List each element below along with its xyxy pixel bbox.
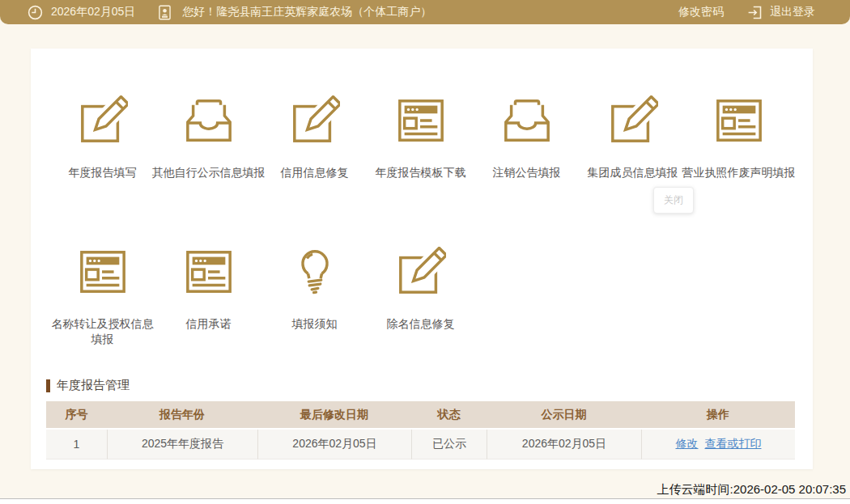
module-item[interactable]: 注销公告填报 <box>474 95 580 180</box>
section-title-bar <box>46 379 50 392</box>
close-tooltip-button[interactable]: 关闭 <box>653 187 694 214</box>
edit-icon <box>608 95 658 146</box>
user-greeting: 您好！隆尧县南王庄英辉家庭农场（个体工商户） <box>182 5 431 19</box>
module-label: 年度报告填写 <box>69 165 137 180</box>
table-header-row: 序号报告年份最后修改日期状态公示日期操作 <box>46 401 795 430</box>
table-header-cell: 最后修改日期 <box>257 401 411 430</box>
table-cell: 2026年02月05日 <box>487 430 641 460</box>
module-label: 信用承诺 <box>186 316 232 332</box>
module-item[interactable]: 集团成员信息填报 <box>580 95 686 180</box>
bulb-icon <box>290 247 340 297</box>
module-label: 集团成员信息填报 <box>588 165 678 180</box>
module-label: 营业执照作废声明填报 <box>682 165 796 180</box>
topbar: 2026年02月05日 您好！隆尧县南王庄英辉家庭农场（个体工商户） 修改密码 … <box>0 0 850 24</box>
module-label: 其他自行公示信息填报 <box>152 165 266 180</box>
module-item[interactable]: 年度报告模板下载 <box>368 95 474 180</box>
module-item[interactable]: 信用信息修复 <box>261 95 368 180</box>
edit-icon <box>78 95 128 146</box>
section-title: 年度报告管理 <box>46 378 795 393</box>
browser-icon <box>78 247 128 297</box>
upload-time-text: 上传云端时间:2026-02-05 20:07:35 <box>657 482 846 498</box>
edit-icon <box>290 95 340 146</box>
module-item[interactable]: 名称转让及授权信息填报 <box>49 247 155 347</box>
table-header-cell: 状态 <box>411 401 487 430</box>
table-cell: 2026年02月05日 <box>257 430 411 460</box>
section-title-text: 年度报告管理 <box>57 378 130 393</box>
current-date: 2026年02月05日 <box>51 5 135 19</box>
table-header-cell: 序号 <box>46 401 107 430</box>
view-or-print-link[interactable]: 查看或打印 <box>705 437 762 450</box>
table-cell: 1 <box>46 430 107 460</box>
module-item[interactable]: 除名信息修复 <box>368 247 474 332</box>
module-item[interactable]: 营业执照作废声明填报 <box>686 95 792 180</box>
inbox-icon <box>184 95 234 146</box>
logout-link[interactable]: 退出登录 <box>770 5 815 19</box>
table-actions-cell: 修改查看或打印 <box>641 430 795 460</box>
module-grid: 年度报告填写 其他自行公示信息填报 信用信息修复 年度报告模板下载 注销公告填报… <box>31 49 813 347</box>
browser-icon <box>714 95 764 146</box>
module-label: 名称转让及授权信息填报 <box>49 316 155 347</box>
edit-link[interactable]: 修改 <box>676 437 699 450</box>
logout-icon[interactable] <box>746 4 763 21</box>
module-label: 除名信息修复 <box>387 316 455 332</box>
table-header-cell: 操作 <box>641 401 795 430</box>
clock-icon <box>27 4 44 21</box>
table-header-cell: 报告年份 <box>107 401 257 430</box>
module-label: 信用信息修复 <box>281 165 349 180</box>
user-badge-icon <box>156 4 173 21</box>
module-label: 填报须知 <box>292 316 338 332</box>
bottom-strip <box>0 499 850 504</box>
module-label: 年度报告模板下载 <box>376 165 466 180</box>
annual-report-table: 序号报告年份最后修改日期状态公示日期操作 12025年年度报告2026年02月0… <box>46 401 795 460</box>
module-item[interactable]: 其他自行公示信息填报 <box>155 95 261 180</box>
edit-icon <box>396 247 446 297</box>
annual-report-section: 年度报告管理 序号报告年份最后修改日期状态公示日期操作 12025年年度报告20… <box>46 378 795 460</box>
module-item[interactable]: 填报须知 <box>261 247 368 332</box>
browser-icon <box>184 247 234 297</box>
table-cell: 2025年年度报告 <box>107 430 257 460</box>
table-row: 12025年年度报告2026年02月05日已公示2026年02月05日修改查看或… <box>46 430 795 460</box>
module-item[interactable]: 信用承诺 <box>155 247 261 332</box>
module-label: 注销公告填报 <box>493 165 561 180</box>
browser-icon <box>396 95 446 146</box>
table-header-cell: 公示日期 <box>487 401 641 430</box>
change-password-link[interactable]: 修改密码 <box>678 5 724 19</box>
module-item[interactable]: 年度报告填写 <box>49 95 155 180</box>
main-panel: 年度报告填写 其他自行公示信息填报 信用信息修复 年度报告模板下载 注销公告填报… <box>31 49 813 469</box>
table-cell: 已公示 <box>411 430 487 460</box>
inbox-icon <box>502 95 552 146</box>
